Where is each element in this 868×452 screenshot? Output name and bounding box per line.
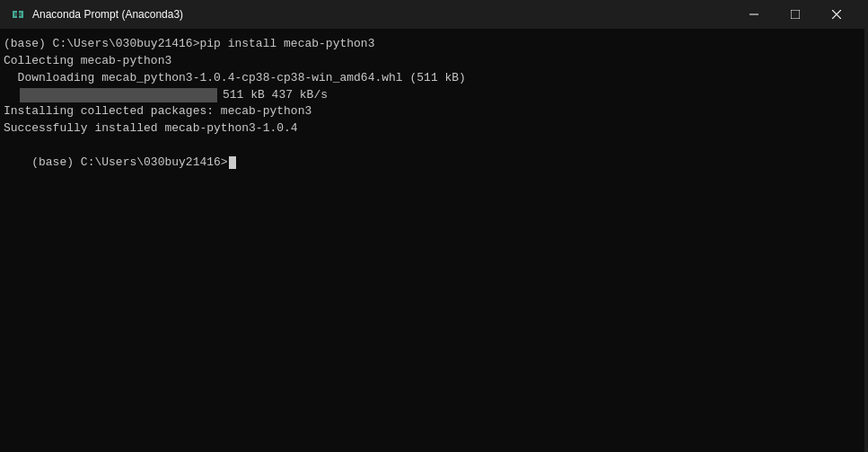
- terminal-download-line: Downloading mecab_python3-1.0.4-cp38-cp3…: [4, 70, 864, 87]
- cursor-blink: [229, 156, 236, 169]
- svg-rect-4: [750, 14, 758, 15]
- window-title: Anaconda Prompt (Anaconda3): [32, 8, 733, 21]
- minimize-button[interactable]: [733, 0, 775, 29]
- app-icon: [11, 7, 25, 22]
- window-controls: [733, 0, 857, 29]
- maximize-button[interactable]: [775, 0, 816, 29]
- terminal-line-2: Collecting mecab-python3: [4, 53, 864, 70]
- progress-fill: [20, 88, 217, 102]
- terminal-line-1: (base) C:\Users\030buy21416>pip install …: [4, 36, 864, 53]
- terminal-line-5: Successfully installed mecab-python3-1.0…: [4, 120, 864, 137]
- progress-stats: 511 kB 437 kB/s: [223, 87, 328, 104]
- terminal-line-4: Installing collected packages: mecab-pyt…: [4, 103, 864, 120]
- terminal-prompt: (base) C:\Users\030buy21416>: [4, 137, 864, 189]
- progress-row: 511 kB 437 kB/s: [4, 87, 864, 104]
- titlebar: Anaconda Prompt (Anaconda3): [0, 0, 868, 29]
- terminal-window[interactable]: (base) C:\Users\030buy21416>pip install …: [0, 29, 868, 452]
- download-progress-bar: [20, 88, 217, 102]
- close-button[interactable]: [816, 0, 857, 29]
- svg-rect-3: [14, 13, 22, 16]
- svg-rect-5: [791, 10, 800, 19]
- scrollbar[interactable]: [864, 29, 868, 452]
- prompt-text: (base) C:\Users\030buy21416>: [31, 155, 227, 169]
